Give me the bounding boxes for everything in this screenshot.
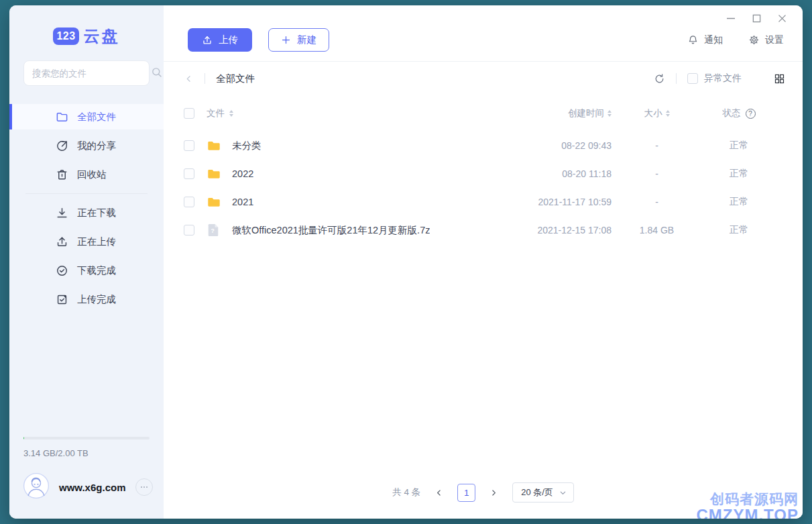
grid-view-button[interactable]	[774, 73, 785, 85]
new-button-label: 新建	[297, 34, 316, 46]
plus-icon	[281, 35, 291, 45]
storage-text: 3.14 GB/2.00 TB	[23, 448, 150, 458]
file-size: 1.84 GB	[640, 225, 674, 235]
page-number-button[interactable]: 1	[457, 484, 475, 502]
file-created: 08-22 09:43	[561, 140, 612, 151]
chevron-left-icon	[434, 488, 443, 497]
row-checkbox[interactable]	[184, 225, 194, 235]
back-button[interactable]	[184, 74, 194, 84]
file-created: 2021-12-15 17:08	[537, 225, 612, 235]
sort-icon[interactable]	[666, 110, 670, 117]
storage-progress-fill	[23, 437, 24, 439]
sidebar-item-label: 全部文件	[77, 111, 116, 123]
sidebar-item-uploading[interactable]: 正在上传	[9, 229, 164, 254]
table-row[interactable]: ? 微软Office2021批量许可版21年12月更新版.7z 2021-12-…	[164, 216, 803, 244]
page-size-select[interactable]: 20 条/页	[512, 482, 574, 503]
upload-done-icon	[55, 293, 68, 306]
app-logo: 123 云盘	[9, 25, 164, 47]
avatar[interactable]	[22, 472, 50, 503]
sidebar-item-label: 我的分享	[77, 140, 116, 152]
trash-icon	[55, 168, 68, 181]
refresh-icon	[654, 73, 665, 85]
table-row[interactable]: 未分类 08-22 09:43 - 正常	[164, 132, 803, 160]
file-status: 正常	[730, 224, 748, 236]
upload-button[interactable]: 上传	[188, 28, 252, 52]
top-right-links: 通知 设置	[687, 34, 784, 46]
file-name[interactable]: 2022	[232, 168, 253, 179]
sidebar-item-all-files[interactable]: 全部文件	[9, 104, 164, 129]
column-file[interactable]: 文件	[207, 107, 225, 119]
page-size-value: 20 条/页	[521, 486, 553, 499]
user-row: www.x6g.com	[9, 458, 164, 519]
settings-button[interactable]: 设置	[748, 34, 784, 46]
row-checkbox[interactable]	[184, 197, 194, 207]
content-spacer	[164, 244, 803, 482]
unknown-file-icon: ?	[207, 223, 221, 238]
next-page-button[interactable]	[489, 488, 498, 497]
storage-indicator: 3.14 GB/2.00 TB	[23, 437, 150, 458]
more-options-button[interactable]	[135, 478, 153, 496]
file-status: 正常	[730, 196, 748, 208]
minimize-button[interactable]	[726, 13, 736, 23]
pagination: 共 4 条 1 20 条/页	[164, 482, 803, 519]
tools-divider	[676, 73, 677, 84]
file-name[interactable]: 未分类	[232, 140, 262, 152]
table-row[interactable]: 2022 08-20 11:18 - 正常	[164, 160, 803, 188]
breadcrumb-divider	[205, 73, 205, 84]
upload-icon	[202, 35, 213, 46]
main-panel: 上传 新建 通知	[164, 5, 803, 519]
status-help-icon[interactable]: ?	[746, 109, 756, 119]
ellipsis-icon	[139, 482, 149, 492]
prev-page-button[interactable]	[434, 488, 443, 497]
abnormal-files-checkbox[interactable]	[687, 73, 698, 84]
search-box[interactable]	[23, 60, 150, 86]
file-name[interactable]: 微软Office2021批量许可版21年12月更新版.7z	[232, 224, 430, 237]
chevron-left-icon	[184, 74, 194, 84]
column-created[interactable]: 创建时间	[568, 107, 604, 119]
row-checkbox[interactable]	[184, 168, 194, 179]
user-site-label: www.x6g.com	[59, 482, 127, 493]
sidebar-item-my-shares[interactable]: 我的分享	[9, 133, 164, 158]
file-size: -	[655, 168, 658, 179]
window-controls	[164, 5, 803, 23]
gear-icon	[748, 34, 760, 46]
sidebar-item-download-complete[interactable]: 下载完成	[9, 258, 164, 283]
select-all-checkbox[interactable]	[184, 108, 194, 119]
sidebar-item-upload-complete[interactable]: 上传完成	[9, 286, 164, 312]
table-row[interactable]: 2021 2021-11-17 10:59 - 正常	[164, 188, 803, 216]
sidebar-divider	[25, 193, 148, 194]
sort-icon[interactable]	[229, 110, 233, 117]
list-tools: 异常文件	[654, 72, 785, 85]
folder-icon	[207, 138, 221, 153]
refresh-button[interactable]	[654, 73, 665, 85]
file-size: -	[655, 140, 658, 151]
close-button[interactable]	[778, 14, 787, 23]
app-window: 123 云盘 全部文件	[9, 5, 803, 519]
breadcrumb-bar: 全部文件 异常文件	[164, 62, 803, 95]
notifications-button[interactable]: 通知	[687, 34, 723, 46]
abnormal-files-label: 异常文件	[704, 72, 742, 85]
column-size[interactable]: 大小	[644, 107, 662, 119]
bell-icon	[687, 34, 699, 46]
maximize-button[interactable]	[752, 14, 761, 23]
sidebar-item-label: 上传完成	[77, 293, 116, 306]
folder-icon	[55, 110, 68, 123]
pagination-total: 共 4 条	[392, 486, 420, 499]
sidebar-item-label: 下载完成	[77, 264, 116, 277]
column-status: 状态	[723, 107, 741, 119]
new-button[interactable]: 新建	[268, 28, 329, 52]
svg-text:?: ?	[211, 227, 214, 234]
notifications-label: 通知	[704, 34, 723, 46]
sidebar-item-label: 回收站	[77, 168, 107, 181]
logo-name: 云盘	[84, 25, 120, 47]
storage-progress-bar	[23, 437, 150, 439]
file-size: -	[655, 197, 658, 207]
sidebar: 123 云盘 全部文件	[9, 5, 164, 519]
search-input[interactable]	[32, 68, 151, 78]
sidebar-item-downloading[interactable]: 正在下载	[9, 200, 164, 225]
actions-toolbar: 上传 新建 通知	[164, 23, 803, 61]
file-name[interactable]: 2021	[232, 197, 253, 207]
sidebar-item-recycle-bin[interactable]: 回收站	[9, 162, 164, 187]
row-checkbox[interactable]	[184, 140, 194, 151]
upload-icon	[55, 235, 68, 248]
